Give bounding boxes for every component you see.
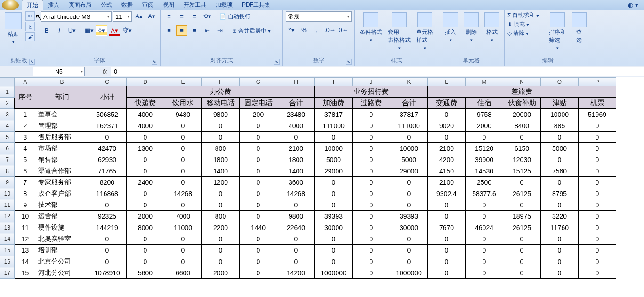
cell[interactable]: 15 <box>15 267 36 279</box>
cell[interactable]: 销售部 <box>36 154 88 165</box>
cell[interactable]: 0 <box>541 256 579 267</box>
cell[interactable]: 0 <box>277 256 315 267</box>
format-cells-button[interactable]: 格式 <box>483 11 501 44</box>
cell[interactable]: 0 <box>503 245 541 256</box>
cell[interactable]: 0 <box>353 267 390 279</box>
select-all-corner[interactable] <box>0 78 15 86</box>
cell[interactable]: 7000 <box>164 211 202 222</box>
cell[interactable]: 0 <box>353 120 390 132</box>
cell[interactable]: 0 <box>579 199 616 211</box>
cell[interactable]: 0 <box>240 245 277 256</box>
header-cell[interactable]: 过路费 <box>353 98 390 109</box>
cell-styles-button[interactable]: 单元格 样式 <box>414 11 435 52</box>
cell[interactable]: 0 <box>466 199 503 211</box>
cell[interactable]: 14 <box>15 256 36 267</box>
cell[interactable]: 2100 <box>277 143 315 154</box>
cell[interactable]: 0 <box>315 256 353 267</box>
row-header-11[interactable]: 11 <box>0 199 15 211</box>
cell[interactable]: 0 <box>579 120 616 132</box>
decrease-font-button[interactable]: A▾ <box>146 11 157 22</box>
cell[interactable]: 1200 <box>202 177 240 188</box>
align-left-button[interactable]: ≡ <box>163 25 175 36</box>
cell[interactable]: 北京分公司 <box>36 256 88 267</box>
cell[interactable]: 0 <box>579 211 616 222</box>
cell[interactable]: 0 <box>127 165 164 177</box>
merge-center-button[interactable]: ⊞ 合并后居中 ▾ <box>232 27 271 35</box>
cell[interactable]: 15125 <box>503 165 541 177</box>
cell[interactable]: 硬件设施 <box>36 222 88 233</box>
cell[interactable]: 1300 <box>127 143 164 154</box>
cell[interactable]: 4200 <box>428 154 466 165</box>
cell[interactable]: 885 <box>541 120 579 132</box>
cell[interactable]: 0 <box>390 256 428 267</box>
cell[interactable]: 20000 <box>503 109 541 120</box>
autosum-button[interactable]: Σ 自动求和 ▾ <box>507 11 545 19</box>
decrease-decimal-button[interactable]: .0← <box>337 25 348 35</box>
cell[interactable]: 0 <box>466 267 503 279</box>
col-header-D[interactable]: D <box>127 78 164 86</box>
col-header-M[interactable]: M <box>466 78 503 86</box>
cell[interactable]: 0 <box>503 177 541 188</box>
cell[interactable]: 0 <box>503 256 541 267</box>
cell[interactable]: 0 <box>541 132 579 143</box>
row-header-12[interactable]: 12 <box>0 211 15 222</box>
cell[interactable]: 1000000 <box>315 267 353 279</box>
menu-tab-1[interactable]: 插入 <box>43 0 64 10</box>
sheet-area[interactable]: ABCDEFGHIJKLMNOP 1序号部门小计办公费业务招待费差旅费2快递费饮… <box>0 77 644 297</box>
col-header-B[interactable]: B <box>36 78 88 86</box>
cell[interactable]: 23480 <box>277 109 315 120</box>
cell[interactable]: 0 <box>541 245 579 256</box>
cell[interactable]: 0 <box>503 233 541 245</box>
header-cell[interactable]: 业务招待费 <box>315 86 428 98</box>
border-button[interactable]: ▦▾ <box>83 25 95 36</box>
cell[interactable]: 0 <box>353 143 390 154</box>
cell[interactable]: 0 <box>202 233 240 245</box>
cell[interactable]: 0 <box>428 256 466 267</box>
col-header-O[interactable]: O <box>541 78 579 86</box>
header-cell[interactable]: 序号 <box>15 86 36 109</box>
cell[interactable]: 0 <box>164 120 202 132</box>
cell[interactable]: 0 <box>127 154 164 165</box>
row-header-6[interactable]: 6 <box>0 143 15 154</box>
cell[interactable]: 26125 <box>503 188 541 199</box>
cell[interactable]: 0 <box>579 245 616 256</box>
cell[interactable]: 800 <box>202 211 240 222</box>
cell[interactable]: 0 <box>202 245 240 256</box>
cell[interactable]: 0 <box>428 233 466 245</box>
cell[interactable]: 2000 <box>127 211 164 222</box>
cell[interactable]: 39900 <box>466 154 503 165</box>
cell[interactable]: 培训部 <box>36 245 88 256</box>
cell[interactable]: 42470 <box>88 143 127 154</box>
font-size-select[interactable]: 11▾ <box>113 11 132 22</box>
copy-button[interactable]: ⎘ <box>25 22 35 31</box>
row-header-17[interactable]: 17 <box>0 267 15 279</box>
cell[interactable]: 14200 <box>277 267 315 279</box>
cell[interactable]: 1000000 <box>390 267 428 279</box>
cell[interactable]: 0 <box>277 245 315 256</box>
col-header-E[interactable]: E <box>164 78 202 86</box>
cell[interactable]: 2100 <box>428 177 466 188</box>
cell[interactable]: 12 <box>15 233 36 245</box>
conditional-format-button[interactable]: 条件格式 <box>358 11 384 44</box>
row-header-14[interactable]: 14 <box>0 233 15 245</box>
cell[interactable]: 0 <box>353 256 390 267</box>
cell[interactable]: 8 <box>15 188 36 199</box>
cell[interactable]: 0 <box>390 199 428 211</box>
cell[interactable]: 0 <box>390 245 428 256</box>
cell[interactable]: 售后服务部 <box>36 132 88 143</box>
header-cell[interactable]: 饮用水 <box>164 98 202 109</box>
cell[interactable]: 管理部 <box>36 120 88 132</box>
cell[interactable]: 11760 <box>541 222 579 233</box>
cell[interactable]: 506852 <box>88 109 127 120</box>
header-cell[interactable]: 快递费 <box>127 98 164 109</box>
cell[interactable]: 0 <box>390 132 428 143</box>
cell[interactable]: 0 <box>240 165 277 177</box>
cell[interactable]: 0 <box>353 211 390 222</box>
cell[interactable]: 0 <box>202 256 240 267</box>
cell[interactable]: 2400 <box>127 177 164 188</box>
menu-tab-4[interactable]: 数据 <box>117 0 137 10</box>
col-header-N[interactable]: N <box>503 78 541 86</box>
wrap-text-button[interactable]: 📄 自动换行 <box>219 13 250 21</box>
row-header-4[interactable]: 4 <box>0 120 15 132</box>
cell[interactable]: 0 <box>88 233 127 245</box>
